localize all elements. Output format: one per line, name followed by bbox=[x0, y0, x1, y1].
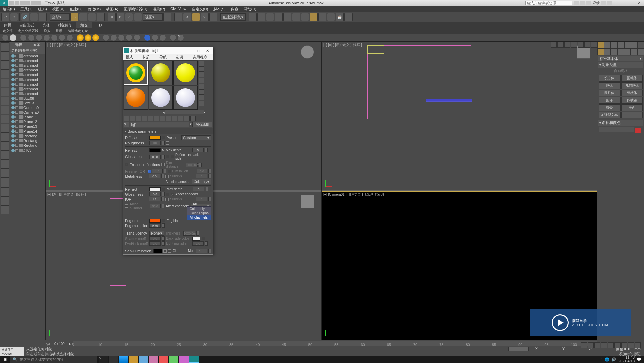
bind-button[interactable] bbox=[39, 13, 47, 21]
matdlg-titlebar[interactable]: 材质编辑器 - fqj1 — □ ✕ bbox=[123, 47, 213, 54]
roll-objecttype[interactable]: ▾ 对象类型 bbox=[598, 62, 643, 68]
mat-stool-backlight[interactable] bbox=[199, 66, 204, 72]
ribbon-tab-freeform[interactable]: 自由形式 bbox=[15, 22, 38, 28]
create-button[interactable]: 四棱锥 bbox=[621, 97, 643, 104]
ltool-11[interactable] bbox=[1, 133, 9, 142]
matdlg-max-button[interactable]: □ bbox=[194, 49, 203, 53]
gloss2-spinner[interactable]: 0.8 bbox=[149, 192, 161, 196]
mat-stool-select[interactable] bbox=[199, 95, 204, 100]
percent-snap-button[interactable]: % bbox=[201, 13, 209, 21]
freeze-icon[interactable] bbox=[15, 92, 18, 95]
env-btn-1[interactable] bbox=[2, 34, 9, 41]
env-btn-9[interactable] bbox=[103, 34, 109, 41]
affect-opt-coloronly[interactable]: Color only bbox=[187, 207, 211, 211]
menu-tools[interactable]: 工具(T) bbox=[18, 6, 35, 12]
cmd-sub-space[interactable] bbox=[631, 48, 637, 55]
vport-btn-6[interactable] bbox=[584, 42, 590, 48]
env-btn-13[interactable] bbox=[133, 34, 140, 41]
exchange-icon[interactable] bbox=[601, 1, 606, 5]
task-cortana[interactable]: ○ bbox=[99, 356, 108, 363]
ltool-13[interactable] bbox=[1, 151, 9, 160]
lightmult-spinner[interactable]: 1.0 bbox=[192, 241, 204, 246]
menu-render[interactable]: 渲染(R) bbox=[150, 6, 168, 12]
subdivs-spinner[interactable]: 8 bbox=[196, 174, 207, 178]
thickness-spinner[interactable]: 1000.0mm bbox=[183, 231, 195, 236]
workspace-dropdown[interactable]: 工作区: 默认 bbox=[42, 0, 67, 5]
star-icon[interactable] bbox=[580, 1, 585, 5]
dimdist-spinner[interactable]: 100.0mm bbox=[186, 163, 198, 167]
mult-spinner[interactable]: 1.0 bbox=[196, 249, 207, 253]
mat-slot-2[interactable] bbox=[149, 61, 173, 85]
tray-up-icon[interactable]: ˄ bbox=[601, 357, 603, 362]
visibility-icon[interactable] bbox=[11, 83, 15, 86]
fogcolor-swatch[interactable] bbox=[149, 219, 161, 223]
menu-view[interactable]: 视图(V) bbox=[50, 6, 67, 12]
ltool-7[interactable] bbox=[1, 97, 9, 105]
scene-item[interactable]: Plane11 bbox=[10, 115, 45, 119]
taskbar-clock[interactable]: 11:43 2021/4/18 bbox=[618, 356, 635, 363]
selection-filter-dropdown[interactable]: 全部 ▾ bbox=[50, 13, 70, 21]
abbe-spinner[interactable]: 50.0 bbox=[150, 204, 161, 208]
spinner-arrows[interactable] bbox=[205, 148, 208, 152]
user-icon[interactable] bbox=[586, 1, 591, 5]
visibility-icon[interactable] bbox=[11, 139, 15, 142]
scene-item[interactable]: Plane14 bbox=[10, 129, 45, 134]
mat-gotoparent-button[interactable] bbox=[184, 116, 190, 121]
viewport-left-label[interactable]: [+] [左 ] [用户定义 ] [线框 ] bbox=[47, 192, 86, 197]
taskbar-search[interactable]: 🔍 在这里输入你要搜索的内容 bbox=[10, 356, 97, 363]
ltool-18[interactable] bbox=[1, 196, 9, 205]
matmenu-material[interactable]: 材质(M) bbox=[140, 54, 156, 60]
spinner-arrows[interactable] bbox=[162, 204, 165, 208]
env-help-icon[interactable]: ? bbox=[177, 34, 184, 41]
visibility-icon[interactable] bbox=[11, 92, 15, 95]
freeze-icon[interactable] bbox=[15, 120, 18, 123]
maxscript-mini[interactable]: 欢迎使用 MAXScr bbox=[0, 347, 24, 356]
roll-basic-params[interactable]: Basic parameters bbox=[123, 128, 213, 134]
spinner-arrows[interactable] bbox=[162, 236, 165, 241]
create-button[interactable]: 茶壶 bbox=[599, 104, 621, 111]
ltool-4[interactable] bbox=[1, 69, 9, 78]
scene-tab-display[interactable]: 显示 bbox=[28, 42, 46, 48]
roughness-spinner[interactable]: 0.0 bbox=[149, 141, 161, 145]
env-btn-5[interactable] bbox=[43, 34, 50, 41]
mat-stool-video[interactable] bbox=[199, 84, 204, 89]
render-button[interactable]: ☕ bbox=[336, 13, 344, 21]
ribbon-toggle-icon[interactable]: ◐ bbox=[95, 22, 106, 28]
visibility-icon[interactable] bbox=[11, 73, 15, 76]
ltool-16[interactable] bbox=[1, 178, 9, 187]
visibility-icon[interactable] bbox=[11, 78, 15, 81]
select-region-button[interactable] bbox=[88, 13, 96, 21]
freeze-icon[interactable] bbox=[15, 83, 18, 86]
dimfall-spinner[interactable]: 0.0 bbox=[197, 169, 207, 173]
env-btn-12[interactable] bbox=[126, 34, 132, 41]
spinner-arrows[interactable] bbox=[196, 231, 199, 236]
render-setup-button[interactable] bbox=[318, 13, 326, 21]
visibility-icon[interactable] bbox=[11, 149, 15, 152]
freeze-icon[interactable] bbox=[15, 125, 18, 128]
spinner-arrows[interactable] bbox=[206, 187, 208, 191]
sun-icon-2[interactable] bbox=[85, 34, 91, 41]
login-link[interactable]: 登录 bbox=[592, 0, 600, 5]
mat-matid-button[interactable] bbox=[166, 116, 171, 121]
freeze-icon[interactable] bbox=[15, 73, 18, 76]
matmenu-options[interactable]: 选项(O) bbox=[173, 54, 190, 60]
spinner-arrows[interactable] bbox=[208, 249, 211, 253]
create-button[interactable]: 长方体 bbox=[599, 75, 621, 82]
redo-button[interactable]: ↷ bbox=[10, 13, 18, 21]
sun-icon-1[interactable] bbox=[77, 34, 84, 41]
subribbon-sim[interactable]: 模拟 bbox=[41, 28, 53, 34]
env-btn-2[interactable] bbox=[20, 34, 27, 41]
sun-icon-3[interactable] bbox=[92, 34, 99, 41]
freeze-icon[interactable] bbox=[15, 135, 18, 137]
qat-redo-icon[interactable] bbox=[31, 1, 36, 5]
color-swatch[interactable] bbox=[635, 128, 641, 133]
vport-btn-2[interactable] bbox=[557, 42, 564, 48]
menu-modify[interactable]: 修改(M) bbox=[85, 6, 104, 12]
create-button[interactable]: 平面 bbox=[621, 104, 643, 111]
move-button[interactable]: ✥ bbox=[108, 13, 116, 21]
task-app1[interactable] bbox=[139, 356, 148, 363]
affect-opt-coloralpha[interactable]: Color +alpha bbox=[187, 211, 211, 215]
preset-dropdown[interactable]: Custom▾ bbox=[181, 135, 211, 140]
ribbon-tab-select[interactable]: 选择 bbox=[38, 22, 54, 28]
ribbon-button[interactable] bbox=[283, 13, 291, 21]
